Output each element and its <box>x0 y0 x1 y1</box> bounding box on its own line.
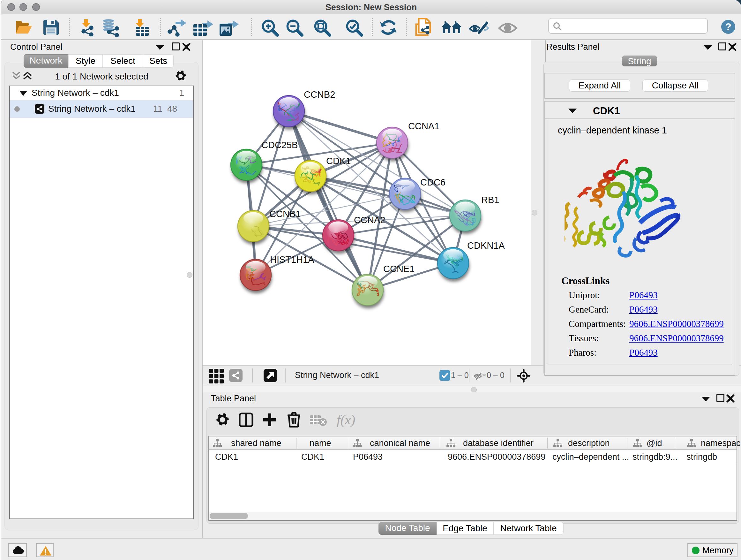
svg-text:HIST1H1A: HIST1H1A <box>270 254 314 265</box>
svg-text:CCNB2: CCNB2 <box>304 89 335 100</box>
svg-text:CDC6: CDC6 <box>420 177 446 187</box>
svg-text:CCNB1: CCNB1 <box>269 209 300 219</box>
svg-text:CDK1: CDK1 <box>326 156 351 166</box>
svg-text:CDKN1A: CDKN1A <box>467 240 505 251</box>
svg-text:RB1: RB1 <box>481 195 499 205</box>
svg-text:?: ? <box>725 21 731 33</box>
svg-text:CCNA1: CCNA1 <box>408 121 440 131</box>
svg-text:CCNE1: CCNE1 <box>383 264 414 274</box>
svg-text:CCNA2: CCNA2 <box>354 215 385 225</box>
svg-text:CDC25B: CDC25B <box>261 140 298 150</box>
